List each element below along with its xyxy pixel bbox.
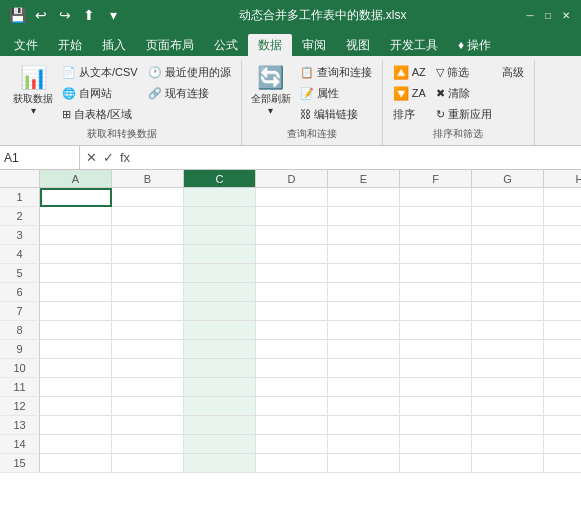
cell-E4[interactable]	[328, 245, 400, 264]
from-table-button[interactable]: ⊞ 自表格/区域	[58, 104, 142, 124]
cell-G2[interactable]	[472, 207, 544, 226]
cell-D1[interactable]	[256, 188, 328, 207]
get-data-button[interactable]: 📊 获取数据 ▾	[10, 62, 56, 120]
cell-G13[interactable]	[472, 416, 544, 435]
sort-za-button[interactable]: 🔽 ZA	[389, 83, 430, 103]
cell-D14[interactable]	[256, 435, 328, 454]
col-header-E[interactable]: E	[328, 170, 400, 187]
cell-G10[interactable]	[472, 359, 544, 378]
cell-B15[interactable]	[112, 454, 184, 473]
cell-D2[interactable]	[256, 207, 328, 226]
cell-D12[interactable]	[256, 397, 328, 416]
cell-A6[interactable]	[40, 283, 112, 302]
refresh-all-button[interactable]: 🔄 全部刷新 ▾	[248, 62, 294, 120]
cell-F13[interactable]	[400, 416, 472, 435]
cell-E1[interactable]	[328, 188, 400, 207]
cell-F3[interactable]	[400, 226, 472, 245]
cell-A14[interactable]	[40, 435, 112, 454]
name-box[interactable]: A1	[0, 146, 80, 169]
cell-D7[interactable]	[256, 302, 328, 321]
cell-E12[interactable]	[328, 397, 400, 416]
dropdown-icon[interactable]: ▾	[104, 6, 122, 24]
col-header-D[interactable]: D	[256, 170, 328, 187]
formula-input[interactable]	[136, 146, 581, 169]
tab-operations[interactable]: ♦ 操作	[448, 34, 501, 56]
close-button[interactable]: ✕	[559, 8, 573, 22]
cell-E7[interactable]	[328, 302, 400, 321]
cell-D8[interactable]	[256, 321, 328, 340]
col-header-F[interactable]: F	[400, 170, 472, 187]
cell-A3[interactable]	[40, 226, 112, 245]
cell-F7[interactable]	[400, 302, 472, 321]
cell-B12[interactable]	[112, 397, 184, 416]
cell-E13[interactable]	[328, 416, 400, 435]
cell-H8[interactable]	[544, 321, 581, 340]
cell-E14[interactable]	[328, 435, 400, 454]
upload-icon[interactable]: ⬆	[80, 6, 98, 24]
cell-C4[interactable]	[184, 245, 256, 264]
col-header-A[interactable]: A	[40, 170, 112, 187]
col-header-B[interactable]: B	[112, 170, 184, 187]
cell-D13[interactable]	[256, 416, 328, 435]
cell-D10[interactable]	[256, 359, 328, 378]
cell-G12[interactable]	[472, 397, 544, 416]
tab-review[interactable]: 审阅	[292, 34, 336, 56]
cell-D9[interactable]	[256, 340, 328, 359]
cell-A2[interactable]	[40, 207, 112, 226]
cell-B2[interactable]	[112, 207, 184, 226]
formula-cancel-icon[interactable]: ✕	[84, 150, 99, 165]
cell-G11[interactable]	[472, 378, 544, 397]
cell-H14[interactable]	[544, 435, 581, 454]
cell-D6[interactable]	[256, 283, 328, 302]
cell-H11[interactable]	[544, 378, 581, 397]
cell-H10[interactable]	[544, 359, 581, 378]
cell-H4[interactable]	[544, 245, 581, 264]
cell-A9[interactable]	[40, 340, 112, 359]
cell-B13[interactable]	[112, 416, 184, 435]
advanced-button[interactable]: 高级	[498, 62, 528, 82]
cell-C6[interactable]	[184, 283, 256, 302]
tab-pagelayout[interactable]: 页面布局	[136, 34, 204, 56]
cell-B6[interactable]	[112, 283, 184, 302]
formula-function-icon[interactable]: fx	[118, 150, 132, 165]
cell-C12[interactable]	[184, 397, 256, 416]
tab-insert[interactable]: 插入	[92, 34, 136, 56]
cell-F5[interactable]	[400, 264, 472, 283]
cell-E15[interactable]	[328, 454, 400, 473]
cell-H15[interactable]	[544, 454, 581, 473]
cell-F2[interactable]	[400, 207, 472, 226]
cell-H9[interactable]	[544, 340, 581, 359]
cell-H3[interactable]	[544, 226, 581, 245]
cell-G5[interactable]	[472, 264, 544, 283]
cell-E8[interactable]	[328, 321, 400, 340]
cell-E11[interactable]	[328, 378, 400, 397]
edit-links-button[interactable]: ⛓ 编辑链接	[296, 104, 376, 124]
cell-D3[interactable]	[256, 226, 328, 245]
col-header-H[interactable]: H	[544, 170, 581, 187]
tab-formula[interactable]: 公式	[204, 34, 248, 56]
filter-button[interactable]: ▽ 筛选	[432, 62, 496, 82]
cell-B1[interactable]	[112, 188, 184, 207]
cell-C9[interactable]	[184, 340, 256, 359]
redo-icon[interactable]: ↪	[56, 6, 74, 24]
cell-H12[interactable]	[544, 397, 581, 416]
from-web-button[interactable]: 🌐 自网站	[58, 83, 142, 103]
cell-F6[interactable]	[400, 283, 472, 302]
cell-C15[interactable]	[184, 454, 256, 473]
cell-E10[interactable]	[328, 359, 400, 378]
cell-G1[interactable]	[472, 188, 544, 207]
cell-B3[interactable]	[112, 226, 184, 245]
cell-H13[interactable]	[544, 416, 581, 435]
cell-G8[interactable]	[472, 321, 544, 340]
cell-G14[interactable]	[472, 435, 544, 454]
cell-H5[interactable]	[544, 264, 581, 283]
maximize-button[interactable]: □	[541, 8, 555, 22]
cell-G6[interactable]	[472, 283, 544, 302]
cell-G4[interactable]	[472, 245, 544, 264]
cell-B8[interactable]	[112, 321, 184, 340]
tab-developer[interactable]: 开发工具	[380, 34, 448, 56]
cell-C14[interactable]	[184, 435, 256, 454]
cell-A5[interactable]	[40, 264, 112, 283]
cell-E6[interactable]	[328, 283, 400, 302]
cell-B5[interactable]	[112, 264, 184, 283]
